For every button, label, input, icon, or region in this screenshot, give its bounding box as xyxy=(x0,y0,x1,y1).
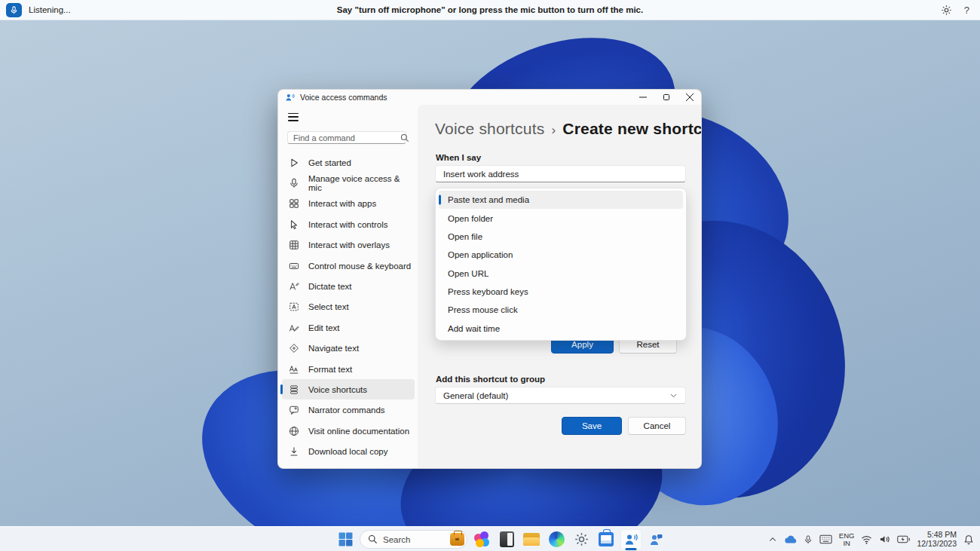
format-icon xyxy=(288,363,300,375)
microsoft-365-icon xyxy=(474,531,490,547)
sidebar-item-select-text[interactable]: Select text xyxy=(282,297,415,317)
when-i-say-label: When I say xyxy=(436,153,481,162)
breadcrumb: Voice shortcuts›Create new shortcut xyxy=(435,120,702,138)
sidebar-item-label: Manage voice access & mic xyxy=(308,174,415,192)
taskbar-app-store[interactable] xyxy=(596,529,617,550)
start-button[interactable] xyxy=(335,529,356,550)
sidebar-item-get-started[interactable]: Get started xyxy=(282,152,415,173)
sidebar-item-label: Voice shortcuts xyxy=(308,385,367,394)
dropdown-item-open-file[interactable]: Open file xyxy=(439,228,683,246)
sidebar-item-label: Select text xyxy=(308,302,349,311)
battery-icon[interactable] xyxy=(897,535,910,543)
wifi-icon[interactable] xyxy=(861,535,872,544)
keyboard-mouse-icon xyxy=(288,260,300,272)
minimize-button[interactable] xyxy=(631,90,654,105)
breadcrumb-chevron-icon: › xyxy=(551,123,556,137)
find-command-input[interactable] xyxy=(293,133,400,142)
onedrive-cloud-icon[interactable] xyxy=(784,534,797,544)
language-line2: IN xyxy=(839,540,855,547)
maximize-button[interactable] xyxy=(654,90,678,105)
listening-status: Listening... xyxy=(29,5,71,14)
window-titlebar[interactable]: Voice access commands xyxy=(278,90,701,105)
feedback-hub-icon xyxy=(648,532,663,547)
sidebar-item-dictate-text[interactable]: Dictate text xyxy=(282,276,415,296)
sidebar-item-label: Download local copy xyxy=(308,447,387,456)
dropdown-item-open-folder[interactable]: Open folder xyxy=(439,209,683,227)
settings-gear-icon[interactable] xyxy=(941,5,952,16)
dropdown-item-open-application[interactable]: Open application xyxy=(439,246,683,264)
taskbar-search-box[interactable] xyxy=(360,530,467,549)
dropdown-item-press-mouse-click[interactable]: Press mouse click xyxy=(439,301,683,319)
notepad-icon xyxy=(500,531,514,547)
sidebar-item-narrator-commands[interactable]: Narrator commands xyxy=(282,400,415,421)
globe-icon xyxy=(288,425,300,437)
tray-chevron-up-icon[interactable] xyxy=(768,535,777,544)
tray-microphone-icon[interactable] xyxy=(804,534,813,545)
notification-bell-icon[interactable] xyxy=(963,534,974,545)
sidebar-item-download-local-copy[interactable]: Download local copy xyxy=(282,442,415,462)
taskbar-app-notepad[interactable] xyxy=(496,529,517,550)
cancel-button[interactable]: Cancel xyxy=(628,417,686,435)
sidebar-item-interact-with-apps[interactable]: Interact with apps xyxy=(282,194,415,214)
find-command-searchbox[interactable] xyxy=(287,131,406,144)
sidebar-item-control-mouse-keyboard[interactable]: Control mouse & keyboard xyxy=(282,256,415,276)
sidebar-item-label: Navigate text xyxy=(308,344,359,353)
taskbar-app-voice-access[interactable] xyxy=(620,529,642,550)
page-title: Create new shortcut xyxy=(562,120,702,137)
language-line1: ENG xyxy=(839,532,855,540)
sidebar-item-edit-text[interactable]: Edit text xyxy=(282,317,415,338)
sidebar-item-label: Interact with overlays xyxy=(308,240,390,249)
taskbar-search-input[interactable] xyxy=(383,535,436,544)
taskbar-app-edge[interactable] xyxy=(546,529,567,550)
touch-keyboard-icon[interactable] xyxy=(819,534,832,544)
sidebar-item-label: Narrator commands xyxy=(308,406,385,415)
search-icon xyxy=(368,534,378,544)
select-text-icon xyxy=(288,301,300,313)
maximize-icon xyxy=(663,94,669,100)
sidebar-item-label: Edit text xyxy=(308,323,340,332)
dropdown-item-add-wait-time[interactable]: Add wait time xyxy=(439,320,683,338)
save-cancel-row: Save Cancel xyxy=(418,417,701,435)
play-icon xyxy=(288,157,300,169)
taskbar-app-feedback-hub[interactable] xyxy=(645,529,666,550)
taskbar-app-settings[interactable] xyxy=(571,529,592,550)
taskbar-center xyxy=(335,527,666,551)
close-button[interactable] xyxy=(678,90,701,105)
sidebar-item-visit-online-documentation[interactable]: Visit online documentation xyxy=(282,421,415,441)
breadcrumb-parent[interactable]: Voice shortcuts xyxy=(435,120,544,137)
sidebar-item-navigate-text[interactable]: Navigate text xyxy=(282,338,415,359)
microsoft-store-icon xyxy=(599,532,614,546)
sidebar-item-interact-with-overlays[interactable]: Interact with overlays xyxy=(282,235,415,256)
settings-gear-icon xyxy=(574,531,590,547)
layers-icon xyxy=(288,384,300,396)
sidebar-item-format-text[interactable]: Format text xyxy=(282,359,415,379)
sidebar-item-voice-shortcuts[interactable]: Voice shortcuts xyxy=(282,379,415,399)
language-indicator[interactable]: ENG IN xyxy=(839,532,855,547)
voice-bar-message: Say "turn off microphone" or long press … xyxy=(0,5,980,14)
hamburger-menu-button[interactable] xyxy=(284,111,307,123)
save-button[interactable]: Save xyxy=(562,417,622,435)
group-combobox[interactable]: General (default) xyxy=(435,387,686,404)
voice-access-bar: Listening... Say "turn off microphone" o… xyxy=(0,0,980,20)
taskbar-app-microsoft-365[interactable] xyxy=(471,529,492,550)
help-icon[interactable]: ? xyxy=(964,5,969,16)
sidebar-item-interact-with-controls[interactable]: Interact with controls xyxy=(282,214,415,234)
group-combobox-value: General (default) xyxy=(443,391,508,400)
action-dropdown-flyout: Paste text and media Open folder Open fi… xyxy=(435,188,687,341)
microphone-button[interactable] xyxy=(6,3,22,17)
sidebar-item-manage-voice-access[interactable]: Manage voice access & mic xyxy=(282,173,415,194)
dropdown-item-paste-text-and-media[interactable]: Paste text and media xyxy=(439,191,683,209)
taskbar-app-file-explorer[interactable] xyxy=(521,529,542,550)
chevron-down-icon xyxy=(669,391,678,399)
dropdown-item-press-keyboard-keys[interactable]: Press keyboard keys xyxy=(439,283,683,301)
dropdown-item-open-url[interactable]: Open URL xyxy=(439,265,683,283)
dictate-icon xyxy=(288,280,300,292)
search-icon xyxy=(400,133,409,142)
taskbar-clock[interactable]: 5:48 PM 12/13/2023 xyxy=(917,531,957,548)
clock-time: 5:48 PM xyxy=(917,531,957,540)
when-i-say-input[interactable] xyxy=(435,165,686,182)
overlay-grid-icon xyxy=(288,239,300,251)
volume-icon[interactable] xyxy=(879,534,890,544)
sidebar-item-label: Get started xyxy=(308,158,351,167)
narrator-icon xyxy=(288,404,300,416)
